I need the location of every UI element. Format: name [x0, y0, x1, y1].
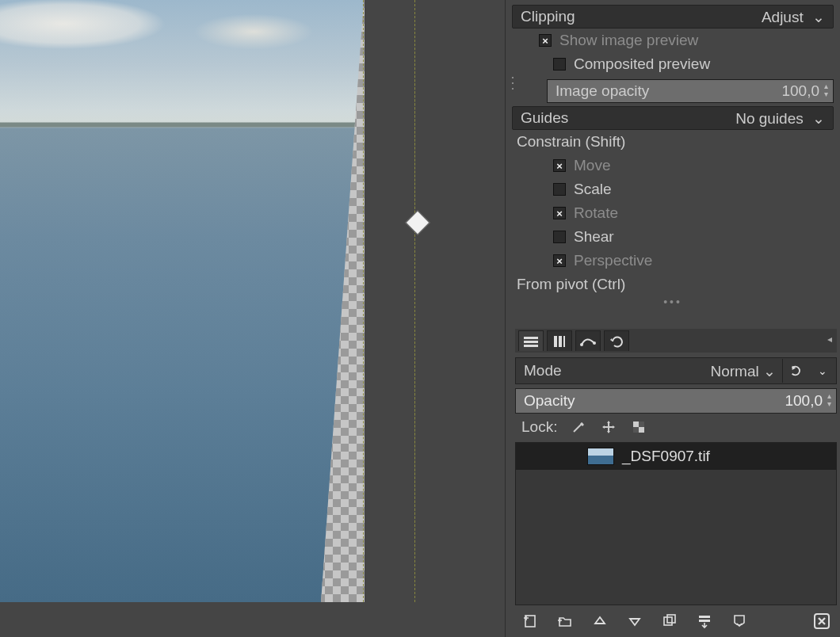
spin-buttons[interactable]: ▴▾: [824, 83, 828, 99]
image-opacity-value: 100,0: [781, 82, 819, 100]
checkbox-icon: [553, 207, 566, 219]
tab-paths[interactable]: [575, 330, 601, 351]
clipping-value: Adjust: [762, 9, 804, 25]
layer-mode-dropdown[interactable]: Normal ⌄: [704, 362, 782, 380]
layer-mode-label: Mode: [516, 362, 704, 380]
new-layer-group-button[interactable]: [556, 612, 574, 630]
svg-rect-11: [633, 427, 639, 433]
svg-rect-5: [563, 336, 565, 347]
layer-thumbnail: [587, 448, 614, 465]
clipping-dropdown[interactable]: Clipping Adjust ⌄: [512, 5, 834, 29]
constrain-shear-checkbox[interactable]: Shear: [512, 225, 834, 249]
right-panel: Clipping Adjust ⌄ Show image preview Com…: [505, 0, 840, 637]
constrain-shear-label: Shear: [574, 228, 614, 246]
canvas-area[interactable]: [0, 0, 505, 637]
panel-resize-grip[interactable]: •••: [506, 296, 840, 307]
svg-rect-13: [664, 617, 672, 625]
svg-rect-2: [524, 345, 538, 347]
constrain-heading: Constrain (Shift): [512, 130, 834, 154]
composited-preview-checkbox[interactable]: Composited preview: [512, 52, 834, 76]
constrain-move-label: Move: [574, 157, 610, 174]
svg-rect-15: [699, 616, 710, 618]
layer-opacity-field[interactable]: Opacity 100,0 ▴▾: [515, 388, 837, 414]
image-opacity-label: Image opacity: [556, 82, 649, 100]
svg-point-7: [593, 341, 596, 345]
lock-alpha-icon[interactable]: [630, 418, 647, 436]
svg-rect-14: [667, 615, 675, 623]
svg-rect-16: [699, 620, 710, 622]
guides-dropdown[interactable]: Guides No guides ⌄: [512, 106, 834, 130]
transform-handle[interactable]: [405, 210, 430, 235]
duplicate-layer-button[interactable]: [661, 612, 678, 630]
guides-label: Guides: [521, 109, 568, 127]
undo-history-icon: [608, 333, 625, 350]
layer-lock-row: Lock:: [515, 414, 837, 441]
checkbox-icon: [553, 183, 566, 196]
add-mask-button[interactable]: [731, 612, 748, 630]
tab-layers[interactable]: [518, 330, 544, 351]
checkbox-icon: [553, 58, 566, 71]
svg-rect-1: [524, 341, 538, 343]
layer-mode-switch-button[interactable]: [782, 359, 809, 383]
channels-icon: [551, 333, 568, 350]
dock-menu-icon[interactable]: ◂: [827, 334, 832, 345]
paths-icon: [579, 333, 597, 350]
svg-rect-9: [639, 427, 644, 433]
tab-undo-history[interactable]: [604, 330, 629, 351]
svg-rect-8: [633, 421, 639, 427]
constrain-perspective-checkbox[interactable]: Perspective: [512, 249, 834, 273]
checkbox-icon: [553, 254, 566, 267]
checkbox-icon: [539, 34, 552, 47]
clipping-label: Clipping: [521, 8, 575, 25]
constrain-perspective-label: Perspective: [574, 252, 652, 269]
layer-mode-row: Mode Normal ⌄ ⌄: [515, 357, 837, 384]
lock-pixels-icon[interactable]: [570, 418, 587, 436]
constrain-rotate-label: Rotate: [574, 204, 618, 222]
chevron-down-icon: ⌄: [812, 110, 825, 127]
new-layer-button[interactable]: [521, 612, 539, 630]
tab-channels[interactable]: [547, 330, 572, 351]
dock-tabstrip: ◂: [515, 329, 837, 353]
constrain-move-checkbox[interactable]: Move: [512, 154, 834, 177]
svg-rect-3: [554, 336, 557, 347]
lock-position-icon[interactable]: [600, 418, 617, 436]
image-opacity-field[interactable]: Image opacity 100,0 ▴▾: [547, 79, 834, 103]
layers-bottom-toolbar: [515, 605, 837, 637]
composited-preview-label: Composited preview: [574, 55, 710, 73]
constrain-rotate-checkbox[interactable]: Rotate: [512, 201, 834, 225]
show-image-preview-checkbox[interactable]: Show image preview: [512, 29, 834, 52]
layer-opacity-label: Opacity: [524, 392, 575, 410]
raise-layer-button[interactable]: [591, 612, 609, 630]
layer-name: _DSF0907.tif: [622, 448, 710, 465]
layer-row[interactable]: _DSF0907.tif: [516, 443, 836, 470]
svg-rect-4: [559, 336, 562, 347]
svg-rect-0: [524, 337, 538, 339]
layer-opacity-value: 100,0: [785, 392, 823, 410]
layer-list[interactable]: _DSF0907.tif: [515, 442, 837, 605]
guides-value: No guides: [735, 110, 804, 127]
checkbox-icon: [553, 231, 566, 243]
chevron-down-icon[interactable]: ⌄: [809, 359, 836, 383]
transform-boundary-guide[interactable]: [363, 0, 364, 602]
show-image-preview-label: Show image preview: [559, 32, 698, 49]
constrain-scale-checkbox[interactable]: Scale: [512, 177, 834, 201]
image-content: [0, 0, 365, 602]
svg-point-6: [580, 343, 583, 346]
svg-rect-10: [639, 421, 644, 427]
chevron-down-icon: ⌄: [812, 9, 825, 25]
layers-dock: ◂ Mode Normal ⌄ ⌄ Opacity 100,0 ▴▾ Lock:: [515, 329, 837, 637]
checkbox-icon: [553, 159, 566, 172]
layers-icon: [522, 333, 540, 350]
merge-down-button[interactable]: [696, 612, 713, 630]
lower-layer-button[interactable]: [626, 612, 643, 630]
delete-layer-button[interactable]: [813, 612, 830, 630]
transform-boundary-guide[interactable]: [414, 0, 415, 602]
spin-buttons[interactable]: ▴▾: [827, 393, 831, 409]
image-frame[interactable]: [0, 0, 365, 602]
chevron-down-icon: ⌄: [763, 363, 776, 380]
constrain-scale-label: Scale: [574, 181, 612, 198]
from-pivot-heading: From pivot (Ctrl): [512, 273, 834, 296]
lock-label: Lock:: [521, 418, 557, 436]
